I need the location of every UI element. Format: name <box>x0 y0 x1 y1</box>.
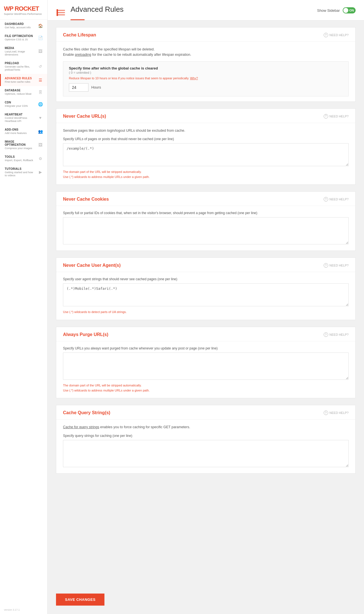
need-help-label-4: NEED HELP? <box>330 264 349 267</box>
nav-item-sub-image-optimization: Compress your images <box>5 147 35 150</box>
cache-query-strings-textarea[interactable] <box>63 440 349 467</box>
never-cache-urls-need-help[interactable]: ? NEED HELP? <box>324 114 349 119</box>
svg-rect-3 <box>57 9 58 11</box>
cache-query-strings-section: Cache Query String(s) ? NEED HELP? Cache… <box>56 405 356 474</box>
never-cache-cookies-field-label: Specify full or partial IDs of cookies t… <box>63 211 349 215</box>
never-cache-cookies-body: Specify full or partial IDs of cookies t… <box>56 206 355 251</box>
why-link[interactable]: Why? <box>190 77 198 80</box>
svg-rect-5 <box>57 14 58 16</box>
never-cache-user-agents-section: Never Cache User Agent(s) ? NEED HELP? S… <box>56 258 356 320</box>
never-cache-user-agents-textarea[interactable]: (.*)Mobile(.*)Safari(.*) <box>63 283 349 306</box>
sidebar-item-preload[interactable]: PRELOAD Generate cache files, preload fo… <box>0 59 47 74</box>
cache-lifespan-section: Cache Lifespan ? NEED HELP? Cache files … <box>56 27 356 102</box>
never-cache-user-agents-need-help[interactable]: ? NEED HELP? <box>324 263 349 268</box>
nav-item-sub-cdn: Integrate your CDN <box>5 104 35 107</box>
svg-rect-0 <box>57 10 65 11</box>
cache-lifespan-need-help[interactable]: ? NEED HELP? <box>324 33 349 37</box>
need-help-icon-5: ? <box>324 332 328 337</box>
need-help-label-5: NEED HELP? <box>330 333 349 336</box>
sidebar-item-media[interactable]: MEDIA LazyLoad, image dimensions 🖼 <box>0 44 47 59</box>
nav-item-title-image-optimization: IMAGE OPTIMIZATION <box>5 140 35 146</box>
cache-lifespan-desc1: Cache files older than the specified lif… <box>63 47 349 57</box>
need-help-label-2: NEED HELP? <box>330 115 349 118</box>
cache-query-strings-link[interactable]: Cache for query strings <box>63 425 99 429</box>
nav-item-title-advanced-rules: ADVANCED RULES <box>5 77 35 80</box>
lifespan-input[interactable] <box>69 83 88 92</box>
content-area: Cache Lifespan ? NEED HELP? Cache files … <box>48 20 364 588</box>
sidebar: WP ROCKET Superior WordPress Performance… <box>0 0 48 614</box>
never-cache-urls-section: Never Cache URL(s) ? NEED HELP? Sensitiv… <box>56 108 356 185</box>
sidebar-item-add-ons[interactable]: ADD-ONS Add more features 👥 <box>0 125 47 137</box>
show-sidebar-label: Show Sidebar <box>317 8 340 13</box>
never-cache-user-agents-hint: Use (.*) wildcards to detect parts of UA… <box>63 310 349 315</box>
nav-icon-dashboard: 🏠 <box>37 23 43 29</box>
always-purge-urls-textarea[interactable] <box>63 353 349 380</box>
page-title-wrapper: Advanced Rules <box>71 5 123 20</box>
always-purge-urls-hint: The domain part of the URL will be strip… <box>63 383 349 393</box>
save-section: SAVE CHANGES <box>48 588 364 614</box>
svg-rect-1 <box>57 12 65 13</box>
sidebar-item-database[interactable]: DATABASE Optimize, reduce bloat 🗄 <box>0 86 47 98</box>
never-cache-urls-textarea[interactable]: /example/(.*) <box>63 143 349 166</box>
never-cache-cookies-textarea[interactable] <box>63 217 349 244</box>
nav-icon-tutorials: ▶ <box>37 169 43 175</box>
lifespan-box-title: Specify time after which the global cach… <box>69 66 343 70</box>
never-cache-urls-hint: The domain part of the URL will be strip… <box>63 170 349 179</box>
nav-item-title-heartbeat: HEARTBEAT <box>5 113 35 116</box>
nav-item-title-media: MEDIA <box>5 47 35 50</box>
nav-item-sub-file-optimization: Optimize CSS & JS <box>5 38 35 41</box>
svg-rect-4 <box>57 11 58 14</box>
sidebar-toggle[interactable]: ON <box>343 7 356 13</box>
sidebar-item-image-optimization[interactable]: IMAGE OPTIMIZATION Compress your images … <box>0 137 47 152</box>
main-content: Advanced Rules Show Sidebar ON Cache Lif… <box>48 0 364 614</box>
logo: WP ROCKET Superior WordPress Performance <box>0 0 47 20</box>
cache-query-strings-body: Cache for query strings enables you to f… <box>56 420 355 473</box>
sidebar-item-dashboard[interactable]: DASHBOARD Get help, account info 🏠 <box>0 20 47 32</box>
sidebar-item-file-optimization[interactable]: FILE OPTIMIZATION Optimize CSS & JS 📄 <box>0 32 47 44</box>
lifespan-input-row: Hours <box>69 83 343 92</box>
nav-item-sub-dashboard: Get help, account info <box>5 26 35 29</box>
nav-icon-database: 🗄 <box>37 89 43 95</box>
nav-item-sub-preload: Generate cache files, preload fonts <box>5 65 35 71</box>
nav-item-title-preload: PRELOAD <box>5 62 35 65</box>
preloading-link[interactable]: preloading <box>75 53 91 57</box>
always-purge-urls-title: Always Purge URL(s) <box>63 332 108 337</box>
always-purge-urls-desc: Specify URLs you always want purged from… <box>63 346 349 350</box>
sidebar-version: version 3.17.1 <box>0 606 47 614</box>
svg-rect-2 <box>57 14 65 15</box>
toggle-knob <box>343 8 348 13</box>
nav-item-title-cdn: CDN <box>5 101 35 104</box>
always-purge-urls-header: Always Purge URL(s) ? NEED HELP? <box>56 327 355 341</box>
cache-query-strings-header: Cache Query String(s) ? NEED HELP? <box>56 405 355 420</box>
cache-query-strings-desc: Cache for query strings enables you to f… <box>63 425 349 430</box>
sidebar-item-heartbeat[interactable]: HEARTBEAT Control WordPress Heartbeat AP… <box>0 110 47 125</box>
lifespan-hint: Reduce lifespan to 10 hours or less if y… <box>69 77 343 80</box>
nav-item-sub-add-ons: Add more features <box>5 131 35 135</box>
page-header: Advanced Rules Show Sidebar ON <box>48 0 364 20</box>
need-help-label-3: NEED HELP? <box>330 198 349 201</box>
nav-item-title-dashboard: DASHBOARD <box>5 22 35 26</box>
never-cache-user-agents-title: Never Cache User Agent(s) <box>63 263 121 268</box>
need-help-icon: ? <box>324 33 328 37</box>
nav-icon-preload: ↺ <box>37 63 43 69</box>
always-purge-urls-need-help[interactable]: ? NEED HELP? <box>324 332 349 337</box>
cache-query-strings-need-help[interactable]: ? NEED HELP? <box>324 411 349 415</box>
nav-item-title-file-optimization: FILE OPTIMIZATION <box>5 34 35 38</box>
sidebar-item-tutorials[interactable]: TUTORIALS Getting started and how to vid… <box>0 164 47 180</box>
nav-item-sub-database: Optimize, reduce bloat <box>5 92 35 95</box>
nav-icon-media: 🖼 <box>37 48 43 54</box>
save-button[interactable]: SAVE CHANGES <box>56 594 104 606</box>
never-cache-cookies-need-help[interactable]: ? NEED HELP? <box>324 197 349 201</box>
nav-item-sub-heartbeat: Control WordPress Heartbeat API <box>5 116 35 122</box>
advanced-rules-icon <box>56 8 66 18</box>
nav-item-sub-tools: Import, Export, Rollback <box>5 159 35 162</box>
nav-icon-advanced-rules: ☰ <box>37 77 43 83</box>
sidebar-item-advanced-rules[interactable]: ADVANCED RULES Fine-tune cache rules ☰ <box>0 74 47 86</box>
never-cache-urls-desc: Sensitive pages like custom login/logout… <box>63 128 349 133</box>
lifespan-sub: ( 0 = unlimited ) <box>69 71 343 74</box>
nav-icon-tools: ⚙ <box>37 156 43 162</box>
sidebar-item-cdn[interactable]: CDN Integrate your CDN 🌐 <box>0 98 47 110</box>
never-cache-user-agents-header: Never Cache User Agent(s) ? NEED HELP? <box>56 258 355 272</box>
never-cache-cookies-section: Never Cache Cookies ? NEED HELP? Specify… <box>56 191 356 251</box>
sidebar-item-tools[interactable]: TOOLS Import, Export, Rollback ⚙ <box>0 152 47 164</box>
